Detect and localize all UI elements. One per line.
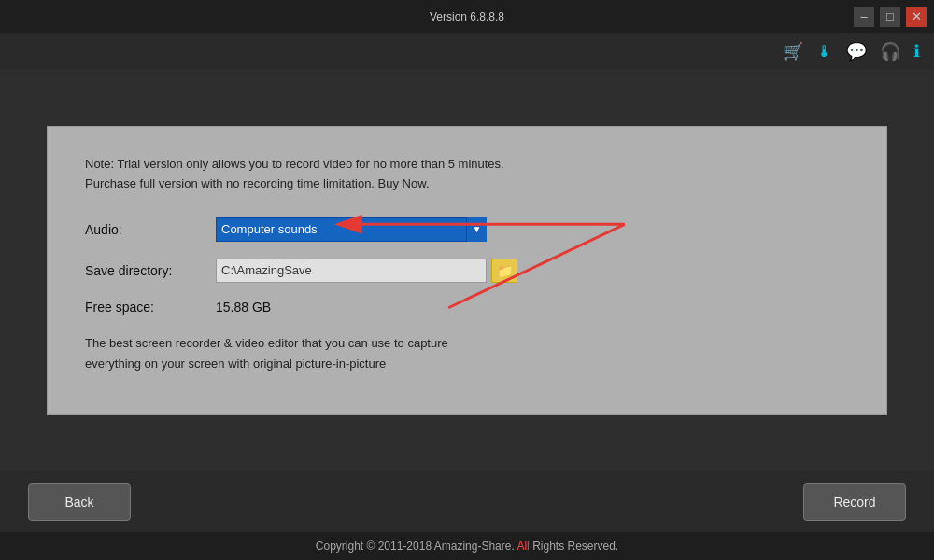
close-button[interactable]: ✕ [906,7,927,27]
audio-select-wrapper[interactable]: Computer sounds No audio Microphone ▼ [216,217,487,242]
speech-icon[interactable]: 💬 [846,41,867,62]
note-text: Note: Trial version only allows you to r… [85,155,849,194]
footer-highlight: All [517,539,529,553]
save-dir-label: Save directory: [85,263,216,278]
title-bar: Version 6.8.8.8 – □ ✕ [0,0,934,33]
browse-folder-button[interactable]: 📁 [491,259,517,283]
maximize-button[interactable]: □ [880,7,900,27]
main-area: Note: Trial version only allows you to r… [0,70,934,471]
headset-icon[interactable]: 🎧 [880,41,900,62]
minimize-button[interactable]: – [854,7,874,27]
cart-icon[interactable]: 🛒 [783,41,803,62]
free-space-value: 15.88 GB [216,300,271,315]
audio-row: Audio: Computer sounds No audio Micropho… [85,217,849,242]
folder-icon: 📁 [497,263,513,278]
record-button[interactable]: Record [803,483,906,521]
bottom-bar: Back Record [0,471,934,532]
free-space-label: Free space: [85,300,216,315]
save-dir-input[interactable] [216,259,487,283]
audio-select[interactable]: Computer sounds No audio Microphone [216,217,487,242]
icon-bar: 🛒 🌡 💬 🎧 ℹ [0,33,934,70]
footer: Copyright © 2011-2018 Amazing-Share. All… [0,532,934,560]
footer-text: Copyright © 2011-2018 Amazing-Share. All… [316,539,618,553]
thermometer-icon[interactable]: 🌡 [816,42,833,62]
version-text: Version 6.8.8.8 [430,10,504,23]
back-button[interactable]: Back [28,483,131,521]
content-panel: Note: Trial version only allows you to r… [47,126,887,415]
audio-label: Audio: [85,222,216,237]
save-dir-row: Save directory: 📁 [85,259,849,283]
free-space-row: Free space: 15.88 GB [85,300,849,315]
info-icon[interactable]: ℹ [913,41,920,62]
description-text: The best screen recorder & video editor … [85,333,849,374]
